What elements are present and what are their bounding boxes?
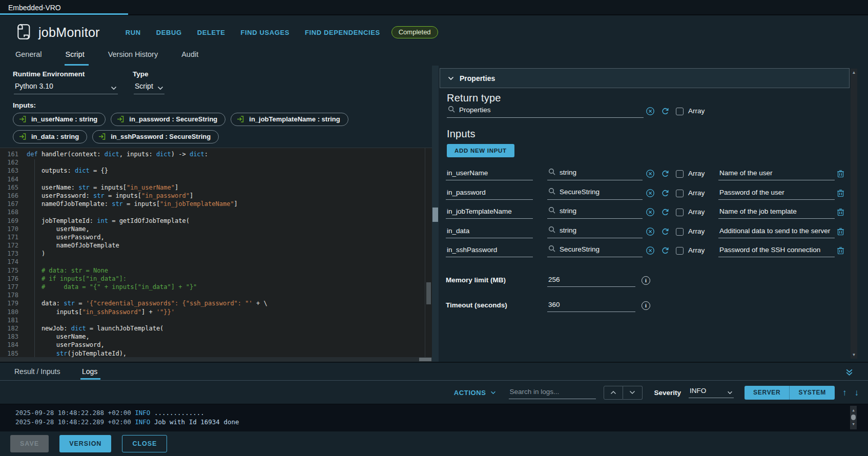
delete-input-icon[interactable] [837,227,844,236]
delete-input-icon[interactable] [837,189,844,197]
tab-script[interactable]: Script [66,50,85,66]
script-pane-scrollbar[interactable] [432,66,439,362]
add-new-input-button[interactable]: ADD NEW INPUT [447,144,514,157]
clear-type-icon[interactable] [646,208,655,217]
array-checkbox[interactable] [676,247,684,255]
previous-match-button[interactable] [604,386,623,400]
editor-hscroll-thumb[interactable] [419,358,431,361]
code-line[interactable]: 179 data: str = '{"credential_passwords"… [0,299,425,307]
code-line[interactable]: 184 userPassword, [0,341,425,349]
delete-input-icon[interactable] [837,170,844,178]
collapse-panel-icon[interactable] [845,368,854,377]
input-chip[interactable]: in_password : SecureString [111,113,225,126]
delete-button[interactable]: DELETE [197,29,225,36]
code-line[interactable]: 161def handler(context: dict, inputs: di… [0,150,425,158]
input-description-field[interactable]: Password of the SSH connection [718,246,835,257]
refresh-type-icon[interactable] [661,227,670,236]
input-description-field[interactable]: Additional data to send to the server [718,227,835,238]
input-chip[interactable]: in_sshPassword : SecureString [92,130,219,143]
input-description-field[interactable]: Name of the user [718,169,835,180]
code-line[interactable]: 178 [0,291,425,299]
save-button[interactable]: SAVE [10,435,49,452]
code-line[interactable]: 167 nameOfJobTemplate: str = inputs["in_… [0,200,425,208]
input-description-field[interactable]: Name of the job template [718,208,835,219]
properties-scrollbar[interactable]: ▲ ▼ [851,69,857,359]
refresh-type-icon[interactable] [661,246,670,255]
clear-type-icon[interactable] [646,189,655,198]
clear-type-icon[interactable] [646,169,655,178]
editor-vscroll-thumb[interactable] [426,282,431,304]
code-lines[interactable]: 161def handler(context: dict, inputs: di… [0,150,425,357]
log-scroll-thumb[interactable] [851,414,856,420]
scroll-up-arrow[interactable]: ▲ [851,70,857,75]
code-line[interactable]: 169 jobTemplateId: int = getIdOfJobTempl… [0,217,425,225]
next-match-button[interactable] [623,386,643,400]
editor-vertical-scrollbar[interactable] [425,148,432,357]
scroll-to-bottom-icon[interactable]: ↓ [855,388,859,397]
script-pane-scroll-thumb[interactable] [432,208,438,222]
delete-input-icon[interactable] [837,208,844,216]
close-button[interactable]: CLOSE [122,435,167,452]
actions-dropdown[interactable]: ACTIONS [454,389,496,397]
refresh-type-icon[interactable] [661,189,670,198]
code-line[interactable]: 175 # data: str = None [0,266,425,275]
code-line[interactable]: 163 outputs: dict = {} [0,167,425,175]
log-scrollbar[interactable]: ▲ ▼ [850,406,857,429]
code-line[interactable]: 164 [0,175,425,183]
find-dependencies-button[interactable]: FIND DEPENDENCIES [305,29,380,36]
code-line[interactable]: 166 userPassword: str = inputs["in_passw… [0,192,425,200]
code-line[interactable]: 180 inputs["in_sshPassword"] + '"}}' [0,308,425,316]
code-line[interactable]: 181 [0,316,425,324]
memory-limit-field[interactable]: 256 [547,276,635,287]
input-type-field[interactable]: string [547,168,643,180]
array-checkbox[interactable] [676,190,684,197]
info-icon[interactable]: i [642,301,650,310]
server-toggle[interactable]: SERVER [745,386,789,400]
info-icon[interactable]: i [642,276,650,285]
log-output[interactable]: 2025-09-28 10:48:22.288 +02:00 INFO ....… [0,404,868,431]
input-name-field[interactable]: in_userName [446,169,533,180]
input-name-field[interactable]: in_password [446,189,533,200]
clear-type-icon[interactable] [646,107,655,116]
timeout-field[interactable]: 360 [547,301,635,312]
tab-general[interactable]: General [15,50,42,66]
find-usages-button[interactable]: FIND USAGES [241,29,290,36]
code-line[interactable]: 162 [0,158,425,167]
clear-type-icon[interactable] [646,227,655,236]
system-toggle[interactable]: SYSTEM [789,386,835,400]
tab-logs[interactable]: Logs [82,367,97,380]
input-type-field[interactable]: SecureString [547,188,643,200]
code-editor[interactable]: 161def handler(context: dict, inputs: di… [0,148,432,362]
input-name-field[interactable]: in_data [446,227,533,238]
refresh-type-icon[interactable] [661,170,670,178]
code-line[interactable]: 172 nameOfJobTemplate [0,241,425,250]
input-name-field[interactable]: in_sshPassword [446,246,533,257]
scroll-down-arrow[interactable]: ▼ [851,353,857,357]
refresh-type-icon[interactable] [661,107,670,116]
workspace-tab[interactable]: Embedded-VRO [8,4,61,12]
code-line[interactable]: 177 # data = "{" + inputs["in_data"] + "… [0,283,425,291]
code-line[interactable]: 176 # if inputs["in_data"]: [0,275,425,283]
return-type-field[interactable]: Properties [447,106,644,118]
code-line[interactable]: 170 userName, [0,225,425,233]
scroll-up-arrow[interactable]: ▲ [850,406,857,416]
code-line[interactable]: 165 userName: str = inputs["in_userName"… [0,183,425,192]
tab-version-history[interactable]: Version History [108,50,158,66]
severity-select[interactable]: INFO [689,387,734,398]
input-description-field[interactable]: Password of the user [718,189,835,200]
code-line[interactable]: 173 ) [0,250,425,258]
delete-input-icon[interactable] [837,246,844,255]
tab-audit[interactable]: Audit [181,50,198,66]
code-line[interactable]: 185 str(jobTemplateId), [0,349,425,358]
code-line[interactable]: 182 newJob: dict = launchJobTemplate( [0,324,425,333]
run-button[interactable]: RUN [126,29,141,36]
search-logs-input[interactable] [509,386,596,399]
input-name-field[interactable]: in_jobTemplateName [446,208,533,219]
tab-result-inputs[interactable]: Result / Inputs [14,367,60,380]
array-checkbox[interactable] [676,209,684,216]
code-line[interactable]: 171 userPassword, [0,233,425,241]
type-select[interactable]: Script [134,81,164,94]
code-line[interactable]: 174 [0,258,425,266]
scroll-down-arrow[interactable]: ▼ [850,420,857,429]
version-button[interactable]: VERSION [59,435,111,452]
